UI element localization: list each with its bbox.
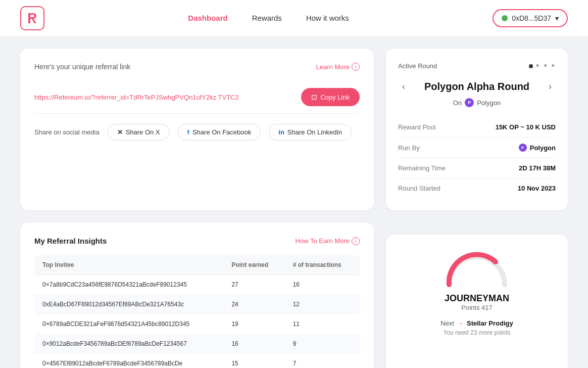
round-next-button[interactable]: › xyxy=(545,79,556,94)
reward-pool-key: Reward Pool xyxy=(398,123,435,131)
polygon-chain-badge: P xyxy=(465,98,474,107)
gauge-container xyxy=(442,247,512,287)
nav-how-it-works[interactable]: How it works xyxy=(306,14,349,22)
main-grid: Here's your unique referral link Learn M… xyxy=(0,36,588,222)
share-facebook-label: Share On Facebook xyxy=(192,128,251,136)
info-icon: i xyxy=(352,63,360,71)
copy-btn-label: Copy Link xyxy=(320,94,350,101)
wallet-address: 0xD8...5D37 xyxy=(512,14,551,22)
insights-card: My Referral Insights How To Earn More i … xyxy=(20,222,374,368)
rank-points: Points 417 xyxy=(461,304,492,311)
round-chain: On P Polygon xyxy=(398,98,556,107)
round-started-key: Round Started xyxy=(398,185,440,192)
invitee-address: 0xE4aBcD67F89012d34567Ef89ABcDe321A76543… xyxy=(34,295,223,314)
table-header-row: Top Invitee Point earned # of transactio… xyxy=(34,255,360,275)
round-indicator-dot xyxy=(529,64,533,68)
logo[interactable] xyxy=(20,6,44,30)
nav-rewards[interactable]: Rewards xyxy=(252,14,282,22)
invitee-address: 0×9012aBcdeF3456789aBcDEf6789aBcDeF12345… xyxy=(34,334,223,354)
nav-dashboard[interactable]: Dashboard xyxy=(188,14,227,22)
copy-link-button[interactable]: ⊡ Copy Link xyxy=(301,88,360,106)
round-header: Active Round • • • xyxy=(398,61,556,71)
share-x-label: Share On X xyxy=(126,128,160,136)
gauge-chart xyxy=(442,247,512,287)
wallet-chevron-icon: ▾ xyxy=(555,14,559,22)
col-invitee: Top Invitee xyxy=(34,255,223,275)
earn-info-icon: i xyxy=(352,237,360,245)
reward-pool-value: 15K OP ~ 10 K USD xyxy=(496,123,556,131)
points-earned: 15 xyxy=(223,354,284,369)
next-rank-name: Stellar Prodigy xyxy=(467,319,513,327)
tx-count: 11 xyxy=(285,314,360,334)
invitee-address: 0×6789aBCDE321aFeF9876d54321A45bc89012D3… xyxy=(34,314,223,334)
social-label: Share on social media xyxy=(34,128,100,136)
tx-count: 7 xyxy=(285,354,360,369)
learn-more-link[interactable]: Learn More i xyxy=(316,63,360,71)
round-controls: • • • xyxy=(529,61,556,71)
round-title: Polygon Alpha Round xyxy=(424,81,529,93)
chain-name: Polygon xyxy=(477,99,501,107)
remaining-time-row: Remaining Time 2D 17H 38M xyxy=(398,158,556,178)
referral-header: Here's your unique referral link Learn M… xyxy=(34,63,360,71)
points-earned: 16 xyxy=(223,334,284,354)
on-label: On xyxy=(453,99,462,107)
insights-header: My Referral Insights How To Earn More i xyxy=(34,237,360,245)
table-row: 0×9012aBcdeF3456789aBcDEf6789aBcDeF12345… xyxy=(34,334,360,354)
round-nav: ‹ Polygon Alpha Round › xyxy=(398,79,556,94)
share-linkedin-label: Share On LinkedIn xyxy=(287,128,342,136)
main-nav: Dashboard Rewards How it works xyxy=(188,14,349,22)
insights-title: My Referral Insights xyxy=(34,237,107,245)
points-earned: 19 xyxy=(223,314,284,334)
run-by-row: Run By P Polygon xyxy=(398,137,556,158)
how-to-earn-link[interactable]: How To Earn More i xyxy=(296,237,360,245)
journeyman-card: JOURNEYMAN Points 417 Next → Stellar Pro… xyxy=(386,235,568,368)
insights-table: Top Invitee Point earned # of transactio… xyxy=(34,255,360,368)
table-row: 0×7a8b9CdC23a456fE9876D54321aBcdeF890123… xyxy=(34,275,360,295)
facebook-icon: f xyxy=(187,128,189,136)
round-more-icon[interactable]: • • • xyxy=(536,61,556,71)
referral-link[interactable]: https://Refereum.io/?referrer_id=TdRrTeP… xyxy=(34,94,239,101)
table-row: 0×4567Ef89012aBcdeF6789aBcdeF3456789aBcD… xyxy=(34,354,360,369)
referral-title: Here's your unique referral link xyxy=(34,63,130,71)
tx-count: 12 xyxy=(285,295,360,314)
active-round-card: Active Round • • • ‹ Polygon Alpha Round… xyxy=(386,49,568,210)
points-earned: 27 xyxy=(223,275,284,295)
share-facebook-button[interactable]: f Share On Facebook xyxy=(178,124,261,141)
invitee-address: 0×7a8b9CdC23a456fE9876D54321aBcdeF890123… xyxy=(34,275,223,295)
share-x-button[interactable]: ✕ Share On X xyxy=(108,124,170,141)
round-started-value: 10 Nov 2023 xyxy=(518,185,556,192)
reward-pool-row: Reward Pool 15K OP ~ 10 K USD xyxy=(398,117,556,137)
col-txns: # of transactions xyxy=(285,255,360,275)
run-by-key: Run By xyxy=(398,144,420,152)
header: Dashboard Rewards How it works 0xD8...5D… xyxy=(0,0,588,36)
round-section-label: Active Round xyxy=(398,62,437,70)
points-earned: 24 xyxy=(223,295,284,314)
tx-count: 16 xyxy=(285,275,360,295)
social-share-row: Share on social media ✕ Share On X f Sha… xyxy=(34,124,360,141)
next-rank-row: Next → Stellar Prodigy xyxy=(440,319,513,327)
remaining-time-value: 2D 17H 38M xyxy=(519,164,556,172)
tx-count: 9 xyxy=(285,334,360,354)
run-by-name: Polygon xyxy=(530,144,556,152)
referral-card: Here's your unique referral link Learn M… xyxy=(20,49,374,210)
wallet-status-dot xyxy=(502,15,508,21)
polygon-run-by-logo: P xyxy=(519,144,527,152)
invitee-address: 0×4567Ef89012aBcdeF6789aBcdeF3456789aBcD… xyxy=(34,354,223,369)
next-label: Next xyxy=(440,319,454,327)
x-icon: ✕ xyxy=(117,128,123,136)
remaining-time-key: Remaining Time xyxy=(398,164,446,172)
link-row: https://Refereum.io/?referrer_id=TdRrTeP… xyxy=(34,81,360,114)
run-by-value: P Polygon xyxy=(519,144,556,152)
points-needed: You need 23 more points xyxy=(444,329,511,336)
wallet-button[interactable]: 0xD8...5D37 ▾ xyxy=(493,9,568,27)
round-prev-button[interactable]: ‹ xyxy=(398,79,409,94)
linkedin-icon: in xyxy=(278,128,284,136)
table-row: 0xE4aBcD67F89012d34567Ef89ABcDe321A76543… xyxy=(34,295,360,314)
learn-more-text: Learn More xyxy=(316,63,350,71)
share-linkedin-button[interactable]: in Share On LinkedIn xyxy=(269,124,352,141)
how-to-earn-text: How To Earn More xyxy=(296,237,350,245)
bottom-grid: My Referral Insights How To Earn More i … xyxy=(0,222,588,368)
next-arrow-icon: → xyxy=(457,319,464,327)
round-started-row: Round Started 10 Nov 2023 xyxy=(398,178,556,198)
round-info: Reward Pool 15K OP ~ 10 K USD Run By P P… xyxy=(398,117,556,198)
